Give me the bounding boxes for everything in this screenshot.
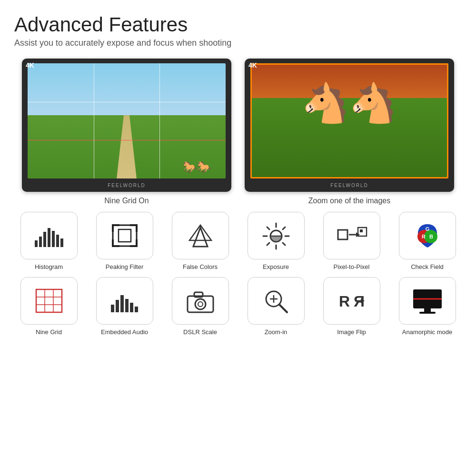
- svg-line-18: [283, 227, 285, 229]
- svg-rect-5: [56, 235, 59, 247]
- dslr-scale-icon: [184, 286, 217, 317]
- check-field-icon: R G B: [411, 220, 444, 251]
- monitor-4k-label-right: 4K: [248, 61, 257, 69]
- monitor-screen-zoom: 🐴🐴: [250, 63, 448, 178]
- exposure-icon-box: [248, 212, 305, 259]
- monitor-nine-grid-wrapper: 4K 🐎🐎 FEELWORLD Nine Grid On: [22, 59, 231, 205]
- monitor-brand-left: FEELWORLD: [108, 183, 146, 188]
- features-row-2: Nine Grid Embedded Audio: [14, 277, 462, 336]
- peaking-filter-label: Peaking Filter: [106, 263, 143, 270]
- histogram-icon: [32, 221, 66, 250]
- svg-rect-39: [116, 300, 119, 312]
- feature-nine-grid: Nine Grid: [14, 277, 83, 336]
- svg-rect-38: [111, 305, 114, 312]
- dslr-scale-icon-box: [172, 277, 229, 325]
- monitor-4k-label-left: 4K: [26, 61, 34, 69]
- page-subtitle: Assist you to accurately expose and focu…: [14, 38, 462, 48]
- monitor-screen-nine-grid: 🐎🐎: [28, 63, 226, 178]
- svg-text:B: B: [429, 234, 433, 239]
- svg-rect-8: [119, 229, 131, 242]
- svg-rect-25: [360, 229, 363, 232]
- svg-rect-42: [130, 303, 133, 312]
- svg-rect-4: [52, 231, 55, 247]
- feature-histogram: Histogram: [14, 212, 83, 270]
- sky-bg: [28, 63, 226, 115]
- monitors-row: 4K 🐎🐎 FEELWORLD Nine Grid On: [14, 59, 462, 205]
- svg-rect-58: [424, 308, 431, 312]
- svg-line-17: [283, 243, 285, 245]
- svg-rect-33: [36, 289, 62, 312]
- monitor-caption-left: Nine Grid On: [104, 197, 149, 205]
- svg-rect-3: [48, 228, 50, 247]
- pixel-to-pixel-label: Pixel-to-Pixel: [334, 263, 370, 270]
- pixel-to-pixel-icon-box: [323, 212, 380, 259]
- anamorphic-mode-icon: [411, 286, 444, 317]
- svg-rect-7: [113, 225, 137, 246]
- monitor-brand-right: FEELWORLD: [330, 183, 368, 188]
- svg-rect-1: [39, 237, 42, 247]
- feature-false-colors: False Colors: [166, 212, 235, 270]
- peaking-filter-icon: [108, 221, 141, 250]
- feature-pixel-to-pixel: Pixel-to-Pixel: [317, 212, 386, 270]
- horses-small-icon: 🐎🐎: [183, 160, 211, 174]
- feature-peaking-filter: Peaking Filter: [90, 212, 159, 270]
- false-colors-icon-box: [172, 212, 229, 259]
- feature-dslr-scale: DSLR Scale: [166, 277, 235, 336]
- embedded-audio-icon-box: [96, 277, 153, 325]
- false-colors-label: False Colors: [183, 263, 218, 270]
- dslr-scale-label: DSLR Scale: [183, 328, 217, 336]
- embedded-audio-icon: [108, 286, 141, 317]
- page-title: Advanced Features: [14, 13, 462, 36]
- zoom-in-label: Zoom-in: [265, 328, 288, 336]
- check-field-icon-box: R G B: [399, 212, 456, 259]
- svg-rect-2: [43, 232, 46, 247]
- anamorphic-mode-label: Anamorphic mode: [402, 328, 453, 336]
- histogram-icon-box: [20, 212, 78, 259]
- image-flip-label: Image Flip: [337, 328, 366, 336]
- features-row-1: Histogram Peaking Filter: [14, 212, 462, 270]
- feature-zoom-in: Zoom-in: [241, 277, 310, 336]
- feature-image-flip: R R Image Flip: [317, 277, 386, 336]
- svg-rect-6: [60, 238, 63, 247]
- image-flip-icon-box: R R: [323, 277, 380, 325]
- svg-rect-40: [120, 295, 124, 312]
- embedded-audio-label: Embedded Audio: [101, 328, 148, 336]
- svg-rect-45: [194, 292, 203, 297]
- exposure-icon: [259, 220, 293, 251]
- svg-rect-59: [419, 312, 436, 314]
- monitor-zoom-wrapper: 4K 🐴🐴 FEELWORLD Zoom one of the images: [245, 59, 454, 205]
- svg-text:R: R: [339, 293, 350, 310]
- svg-rect-41: [125, 299, 129, 312]
- svg-rect-0: [35, 240, 38, 247]
- svg-marker-9: [193, 228, 208, 247]
- feature-exposure: Exposure: [241, 212, 310, 270]
- svg-line-49: [279, 305, 287, 312]
- feature-check-field: R G B Check Field: [393, 212, 462, 270]
- feature-embedded-audio: Embedded Audio: [90, 277, 159, 336]
- svg-text:G: G: [425, 226, 429, 232]
- peaking-filter-icon-box: [96, 212, 153, 259]
- histogram-label: Histogram: [35, 263, 63, 270]
- false-colors-icon: [184, 220, 217, 251]
- monitor-caption-right: Zoom one of the images: [308, 197, 391, 205]
- monitor-zoom: 4K 🐴🐴 FEELWORLD: [245, 59, 454, 192]
- page: Advanced Features Assist you to accurate…: [0, 0, 476, 476]
- svg-line-19: [267, 243, 269, 245]
- monitor-nine-grid: 4K 🐎🐎 FEELWORLD: [22, 59, 231, 192]
- nine-grid-label: Nine Grid: [36, 328, 62, 336]
- svg-rect-21: [338, 230, 347, 239]
- anamorphic-mode-icon-box: [399, 277, 456, 325]
- pixel-to-pixel-icon: [335, 220, 368, 251]
- image-flip-icon: R R: [335, 286, 368, 317]
- svg-text:R: R: [353, 293, 364, 310]
- exposure-label: Exposure: [263, 263, 289, 270]
- nine-grid-icon-box: [20, 277, 78, 325]
- zoom-in-icon-box: [248, 277, 305, 325]
- feature-anamorphic-mode: Anamorphic mode: [393, 277, 462, 336]
- svg-point-47: [198, 302, 203, 307]
- svg-point-46: [195, 299, 206, 309]
- zoom-border: [250, 63, 448, 178]
- zoom-in-icon: [259, 286, 293, 317]
- svg-line-16: [267, 227, 269, 229]
- svg-text:R: R: [422, 234, 426, 239]
